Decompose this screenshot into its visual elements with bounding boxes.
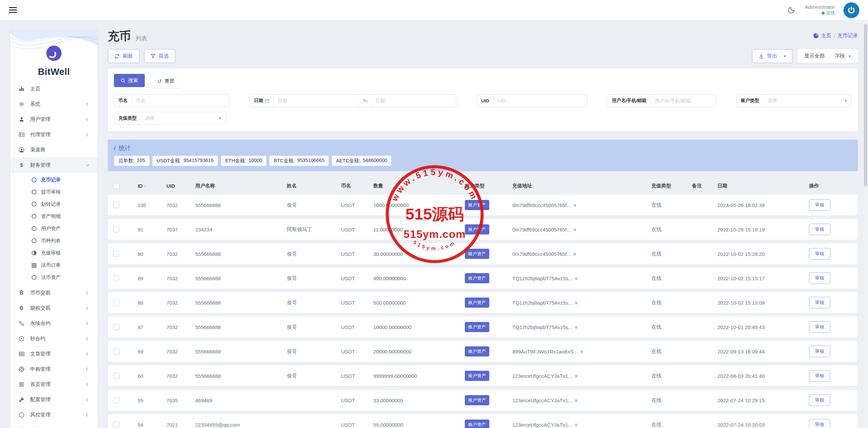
sidebar-item[interactable]: 配置管理 <box>10 392 98 407</box>
audit-button[interactable]: 审核 <box>809 346 830 357</box>
logout-button[interactable] <box>844 2 859 18</box>
sidebar-item[interactable]: 用户管理 <box>10 112 98 127</box>
sidebar-item[interactable]: $财务管理 <box>10 158 98 173</box>
date-to-input[interactable] <box>371 95 456 107</box>
user-info: Administrator 在线 <box>805 4 835 16</box>
audit-button[interactable]: 审核 <box>809 370 830 382</box>
sidebar-subitem[interactable]: 资产明细 <box>10 210 98 222</box>
row-checkbox[interactable] <box>113 275 119 281</box>
table-row: 91 7037 234234 阿斯顿马丁 USDT 11.00000000 账户… <box>108 219 858 240</box>
sidebar-item[interactable]: 文章管理 <box>10 346 98 362</box>
sidebar-subitem[interactable]: 充值审核 <box>10 247 98 259</box>
sidebar-subitem[interactable]: 划转记录 <box>10 198 98 210</box>
cell-amount: 1000.00000000 <box>368 202 459 208</box>
user-input[interactable] <box>651 95 716 107</box>
sidebar-item[interactable]: 永续合约 <box>10 316 98 331</box>
audit-button[interactable]: 审核 <box>809 224 830 235</box>
sidebar-item[interactable]: 风控管理 <box>10 407 98 423</box>
fields-button[interactable]: 显示全部 字段 ▼ <box>797 49 858 63</box>
page-title: 充币 <box>108 30 131 42</box>
column-id[interactable]: ID↑ <box>132 183 161 189</box>
cell-coin: USDT <box>336 422 368 428</box>
sidebar-subitem[interactable]: 提币审核 <box>10 186 98 198</box>
cell-date: 2024-05-06 18:02:39 <box>712 202 804 208</box>
uid-input[interactable] <box>494 95 587 107</box>
sidebar-item[interactable]: 矿机 <box>10 423 98 428</box>
deposit-type-select[interactable]: 选择 ▼ <box>141 112 225 124</box>
sidebar-item[interactable]: 渠道商 <box>10 142 98 158</box>
dark-mode-toggle-icon[interactable] <box>787 6 796 15</box>
refresh-button[interactable]: 刷新 <box>108 49 139 63</box>
audit-button[interactable]: 审核 <box>809 272 830 284</box>
row-checkbox[interactable] <box>113 226 119 232</box>
expand-address-icon[interactable]: » <box>572 228 578 231</box>
column-uid: UID <box>161 183 190 189</box>
sidebar-item[interactable]: B期权交易 <box>10 301 98 316</box>
sidebar-subitem[interactable]: 法币订单 <box>10 259 98 271</box>
table-body: 105 7032 555666888 俊哥 USDT 1000.00000000… <box>108 195 858 428</box>
chevron-left-icon <box>86 352 90 356</box>
sidebar-item[interactable]: 主页 <box>10 81 98 97</box>
row-checkbox[interactable] <box>113 251 119 257</box>
sidebar-item[interactable]: 系统 <box>10 97 98 112</box>
row-checkbox[interactable] <box>113 348 119 354</box>
account-type-badge: 账户资产 <box>465 322 489 332</box>
chevron-left-icon <box>86 383 90 386</box>
expand-address-icon[interactable]: » <box>579 350 585 353</box>
cell-id: 105 <box>132 202 161 208</box>
audit-button[interactable]: 审核 <box>809 394 830 406</box>
scrollbar-thumb[interactable] <box>864 24 867 186</box>
row-checkbox[interactable] <box>113 422 119 428</box>
expand-address-icon[interactable]: » <box>573 375 579 377</box>
users-icon <box>18 116 27 123</box>
sidebar-item[interactable]: 申购管理 <box>10 362 98 377</box>
sidebar-subitem[interactable]: 法币资产 <box>10 271 98 283</box>
menu-toggle-icon[interactable] <box>9 7 17 13</box>
sidebar-subitem[interactable]: 用户资产 <box>10 222 98 235</box>
expand-address-icon[interactable]: » <box>572 253 578 255</box>
audit-button[interactable]: 审核 <box>809 248 830 260</box>
scrollbar[interactable] <box>863 20 868 428</box>
cell-username: 555666888 <box>190 324 281 330</box>
expand-address-icon[interactable]: » <box>572 204 578 206</box>
cell-uid: 7021 <box>161 422 190 428</box>
date-from-input[interactable] <box>274 95 358 107</box>
stat-badge: USDT金额:95415793616 <box>152 156 218 166</box>
cell-deposit-type: 在线 <box>646 226 687 233</box>
account-type-select[interactable]: 选择 ▼ <box>764 95 851 107</box>
audit-button[interactable]: 审核 <box>809 297 830 308</box>
row-checkbox[interactable] <box>113 300 119 306</box>
row-checkbox[interactable] <box>113 397 119 403</box>
row-checkbox[interactable] <box>113 202 119 208</box>
reset-button[interactable]: ↺ 重置 <box>150 74 181 88</box>
sidebar-item[interactable]: 首页管理 <box>10 377 98 392</box>
sidebar-item[interactable]: B币币交易 <box>10 285 98 301</box>
sidebar-subitem[interactable]: 充币记录 <box>10 174 98 186</box>
breadcrumb-home[interactable]: 主页 <box>821 33 831 39</box>
row-checkbox[interactable] <box>113 373 119 379</box>
sidebar-item[interactable]: 秒合约 <box>10 331 98 346</box>
audit-button[interactable]: 审核 <box>809 199 830 211</box>
cell-deposit-type: 在线 <box>646 324 687 330</box>
row-checkbox[interactable] <box>113 324 119 330</box>
export-button[interactable]: 导出 ▼ <box>752 49 793 63</box>
coin-input[interactable] <box>132 95 229 107</box>
search-icon <box>121 78 125 83</box>
expand-address-icon[interactable]: » <box>574 302 580 304</box>
sidebar-item[interactable]: 代理管理 <box>10 127 98 142</box>
breadcrumb-current[interactable]: 充币记录 <box>837 33 858 39</box>
user-filter: 用户名/手机/邮箱 <box>608 94 716 107</box>
sidebar-subitem[interactable]: 币种列表 <box>10 235 98 247</box>
filter-button[interactable]: 筛选 <box>144 49 175 63</box>
expand-address-icon[interactable]: » <box>573 424 579 426</box>
stat-badge: 总单数:105 <box>114 156 150 166</box>
expand-address-icon[interactable]: » <box>574 277 580 280</box>
audit-button[interactable]: 审核 <box>809 419 830 428</box>
expand-address-icon[interactable]: » <box>574 326 580 328</box>
expand-address-icon[interactable]: » <box>573 399 579 402</box>
column-amount: 数量 <box>368 183 459 189</box>
select-all-checkbox[interactable] <box>113 183 119 189</box>
account-type-badge: 账户资产 <box>465 346 489 356</box>
search-button[interactable]: 搜索 <box>114 74 145 87</box>
audit-button[interactable]: 审核 <box>809 321 830 333</box>
